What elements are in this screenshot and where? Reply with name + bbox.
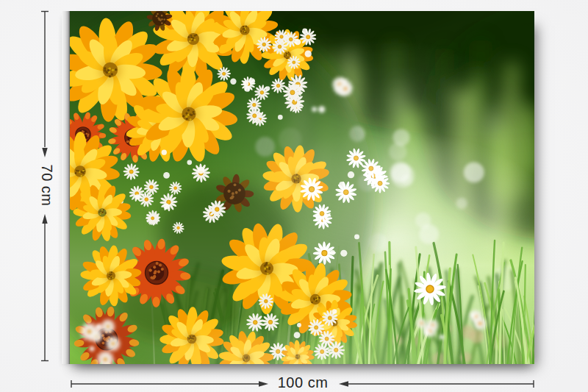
canvas-side-edge xyxy=(62,11,70,364)
arrow-up-icon xyxy=(42,214,47,224)
flower-meadow-artwork xyxy=(70,11,534,364)
height-label: 70 cm xyxy=(38,165,55,207)
product-dimension-view: 70 cm 100 cm xyxy=(0,0,588,392)
arrow-down-icon xyxy=(42,148,47,157)
arrow-right-icon xyxy=(259,381,268,386)
canvas-print-product xyxy=(62,11,534,364)
arrow-left-icon xyxy=(339,381,348,386)
width-label: 100 cm xyxy=(278,374,329,391)
